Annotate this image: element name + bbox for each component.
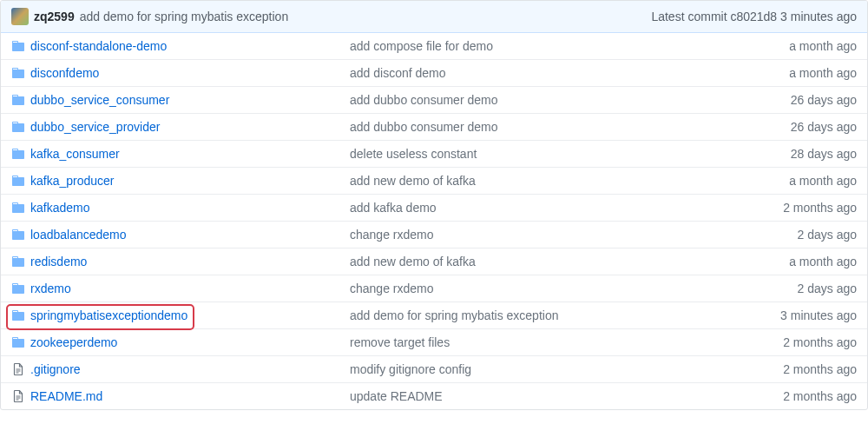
commit-time: 2 months ago — [735, 201, 857, 215]
file-row: .gitignoremodify gitignore config2 month… — [1, 356, 867, 383]
file-name-cell: disconf-standalone-demo — [11, 39, 350, 53]
commit-time: 2 days ago — [735, 282, 857, 295]
folder-link[interactable]: disconf-standalone-demo — [30, 39, 167, 53]
file-name-cell: .gitignore — [11, 362, 350, 376]
folder-link[interactable]: dubbo_service_provider — [30, 120, 160, 134]
commit-message-link[interactable]: update README — [350, 389, 735, 403]
file-listing-container: zq2599 add demo for spring mybatis excep… — [0, 0, 868, 410]
file-name-cell: README.md — [11, 389, 350, 403]
file-row: disconf-standalone-demoadd compose file … — [1, 33, 867, 60]
folder-link[interactable]: dubbo_service_consumer — [30, 93, 169, 107]
folder-icon — [11, 66, 25, 80]
file-name-cell: zookeeperdemo — [11, 335, 350, 349]
commit-sha[interactable]: c8021d8 — [730, 10, 777, 23]
file-row: disconfdemoadd disconf demoa month ago — [1, 60, 867, 87]
file-row: kafka_produceradd new demo of kafkaa mon… — [1, 168, 867, 195]
folder-link[interactable]: redisdemo — [30, 255, 87, 268]
folder-link[interactable]: rxdemo — [30, 282, 71, 295]
file-name-cell: redisdemo — [11, 255, 350, 268]
file-row: loadbalancedemochange rxdemo2 days ago — [1, 222, 867, 249]
commit-message-link[interactable]: add disconf demo — [350, 66, 735, 80]
file-row: dubbo_service_consumeradd dubbo consumer… — [1, 87, 867, 114]
file-rows: disconf-standalone-demoadd compose file … — [1, 33, 867, 409]
file-name-cell: dubbo_service_provider — [11, 120, 350, 134]
commit-time: 26 days ago — [735, 120, 857, 134]
commit-message-link[interactable]: add dubbo consumer demo — [350, 93, 735, 107]
file-name-cell: loadbalancedemo — [11, 228, 350, 242]
commit-message-link[interactable]: add demo for spring mybatis exception — [350, 308, 735, 322]
commit-time: a month ago — [735, 66, 857, 80]
folder-link[interactable]: zookeeperdemo — [30, 335, 117, 349]
folder-link[interactable]: kafka_consumer — [30, 147, 120, 161]
file-name-cell: kafka_producer — [11, 174, 350, 188]
folder-icon — [11, 282, 25, 295]
commit-header-left: zq2599 add demo for spring mybatis excep… — [11, 8, 288, 25]
commit-message-link[interactable]: change rxdemo — [350, 228, 735, 242]
folder-icon — [11, 93, 25, 107]
commit-time: 3 minutes ago — [735, 308, 857, 322]
folder-icon — [11, 120, 25, 134]
commit-header-right: Latest commit c8021d8 3 minutes ago — [651, 10, 857, 23]
commit-message-link[interactable]: change rxdemo — [350, 282, 735, 295]
file-row: README.mdupdate README2 months ago — [1, 383, 867, 409]
commit-time: 28 days ago — [735, 147, 857, 161]
file-name-cell: disconfdemo — [11, 66, 350, 80]
file-row: zookeeperdemoremove target files2 months… — [1, 329, 867, 356]
latest-commit-message[interactable]: add demo for spring mybatis exception — [80, 10, 288, 23]
file-row: kafka_consumerdelete useless constant28 … — [1, 141, 867, 168]
folder-icon — [11, 228, 25, 242]
folder-icon — [11, 147, 25, 161]
file-name-cell: kafkademo — [11, 201, 350, 215]
commit-time: a month ago — [735, 255, 857, 268]
file-row: redisdemoadd new demo of kafkaa month ag… — [1, 249, 867, 275]
commit-message-link[interactable]: add dubbo consumer demo — [350, 120, 735, 134]
commit-time: 3 minutes ago — [780, 10, 857, 23]
commit-header: zq2599 add demo for spring mybatis excep… — [1, 1, 867, 33]
commit-time: 2 months ago — [735, 389, 857, 403]
file-row: kafkademoadd kafka demo2 months ago — [1, 195, 867, 222]
commit-message-link[interactable]: add new demo of kafka — [350, 174, 735, 188]
folder-link[interactable]: loadbalancedemo — [30, 228, 127, 242]
commit-message-link[interactable]: add new demo of kafka — [350, 255, 735, 268]
file-link[interactable]: README.md — [30, 389, 102, 403]
folder-icon — [11, 39, 25, 53]
author-name[interactable]: zq2599 — [34, 10, 75, 23]
file-row: rxdemochange rxdemo2 days ago — [1, 275, 867, 302]
file-name-cell: rxdemo — [11, 282, 350, 295]
folder-link[interactable]: kafkademo — [30, 201, 89, 215]
file-name-cell: springmybatisexceptiondemo — [11, 308, 350, 322]
latest-commit-label: Latest commit — [651, 10, 727, 23]
folder-icon — [11, 335, 25, 349]
commit-time: a month ago — [735, 39, 857, 53]
commit-message-link[interactable]: add kafka demo — [350, 201, 735, 215]
commit-message-link[interactable]: delete useless constant — [350, 147, 735, 161]
file-icon — [11, 362, 25, 376]
folder-icon — [11, 201, 25, 215]
folder-link[interactable]: disconfdemo — [30, 66, 99, 80]
commit-time: a month ago — [735, 174, 857, 188]
commit-message-link[interactable]: add compose file for demo — [350, 39, 735, 53]
file-row: springmybatisexceptiondemoadd demo for s… — [1, 302, 867, 329]
file-name-cell: kafka_consumer — [11, 147, 350, 161]
file-icon — [11, 389, 25, 403]
commit-message-link[interactable]: modify gitignore config — [350, 362, 735, 376]
file-row: dubbo_service_provideradd dubbo consumer… — [1, 114, 867, 141]
file-name-cell: dubbo_service_consumer — [11, 93, 350, 107]
folder-icon — [11, 174, 25, 188]
commit-message-link[interactable]: remove target files — [350, 335, 735, 349]
folder-link[interactable]: kafka_producer — [30, 174, 115, 188]
highlight-annotation — [6, 304, 194, 330]
commit-time: 2 months ago — [735, 362, 857, 376]
commit-time: 2 days ago — [735, 228, 857, 242]
file-link[interactable]: .gitignore — [30, 362, 81, 376]
commit-time: 2 months ago — [735, 335, 857, 349]
folder-icon — [11, 255, 25, 268]
author-avatar[interactable] — [11, 8, 29, 25]
commit-time: 26 days ago — [735, 93, 857, 107]
